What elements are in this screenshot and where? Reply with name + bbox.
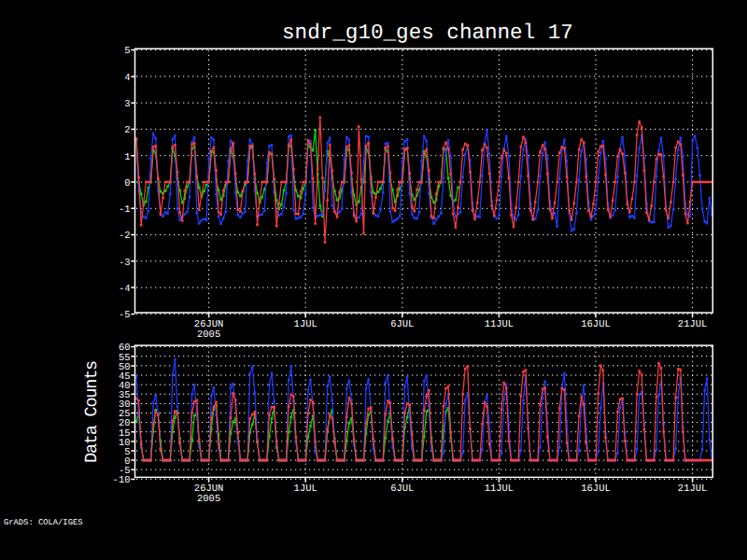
- svg-text:1JUL: 1JUL: [294, 483, 317, 495]
- svg-text:26JUN: 26JUN: [194, 483, 224, 495]
- svg-text:sndr_g10_ges channel 17: sndr_g10_ges channel 17: [282, 21, 573, 45]
- svg-text:26JUN: 26JUN: [194, 319, 224, 330]
- svg-text:6JUL: 6JUL: [390, 319, 414, 330]
- svg-text:10: 10: [119, 438, 131, 449]
- svg-text:4: 4: [124, 73, 130, 84]
- svg-text:21JUL: 21JUL: [678, 483, 708, 495]
- svg-text:2005: 2005: [197, 329, 220, 341]
- svg-text:GrADS: COLA/IGES: GrADS: COLA/IGES: [4, 518, 82, 527]
- svg-text:2005: 2005: [197, 494, 220, 505]
- svg-text:-5: -5: [119, 310, 131, 321]
- svg-text:11JUL: 11JUL: [485, 319, 514, 330]
- svg-text:16JUL: 16JUL: [581, 319, 611, 330]
- svg-text:21JUL: 21JUL: [678, 319, 708, 330]
- svg-text:3: 3: [124, 99, 130, 110]
- svg-text:11JUL: 11JUL: [485, 483, 514, 495]
- svg-text:50: 50: [119, 362, 131, 373]
- svg-text:2: 2: [124, 125, 130, 136]
- svg-text:16JUL: 16JUL: [581, 483, 611, 495]
- svg-text:-1: -1: [119, 204, 131, 216]
- svg-text:1: 1: [124, 152, 130, 163]
- svg-text:0: 0: [124, 178, 130, 189]
- svg-text:60: 60: [119, 343, 131, 354]
- svg-text:1JUL: 1JUL: [294, 319, 317, 330]
- svg-text:-2: -2: [119, 231, 131, 242]
- svg-text:30: 30: [119, 399, 131, 411]
- svg-text:-3: -3: [119, 258, 131, 269]
- svg-text:5: 5: [124, 46, 130, 57]
- svg-text:6JUL: 6JUL: [390, 483, 414, 495]
- svg-text:-4: -4: [119, 284, 131, 295]
- svg-text:Data Counts: Data Counts: [82, 361, 102, 463]
